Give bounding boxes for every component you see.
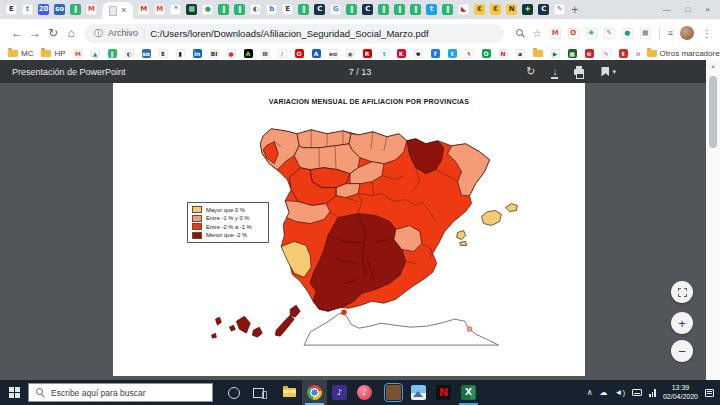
bookmark-item[interactable]: O: [295, 49, 304, 58]
bookmark-favicon[interactable]: ▦: [568, 49, 577, 58]
photos-button[interactable]: [406, 380, 431, 405]
bookmark-star-icon[interactable]: ☆: [533, 28, 542, 39]
bookmark-item[interactable]: in: [193, 49, 202, 58]
tab-favicon[interactable]: b: [266, 4, 277, 15]
tab-favicon[interactable]: ‖: [298, 4, 309, 15]
bookmark-item[interactable]: a: [516, 49, 525, 58]
bookmark-favicon[interactable]: t: [619, 49, 628, 58]
bookmark-item[interactable]: /: [278, 49, 287, 58]
netflix-button[interactable]: N: [431, 380, 456, 405]
print-icon[interactable]: [574, 69, 584, 75]
bookmark-favicon[interactable]: t: [380, 49, 389, 58]
bookmark-favicon[interactable]: in: [193, 49, 202, 58]
zoom-in-button[interactable]: +: [671, 312, 693, 334]
bookmark-item[interactable]: BI: [210, 49, 219, 58]
tab-favicon[interactable]: +: [522, 4, 533, 15]
taskbar-search[interactable]: Escribe aquí para buscar: [28, 383, 213, 402]
tab-close-icon[interactable]: ×: [121, 6, 126, 15]
task-view-button[interactable]: [246, 380, 271, 405]
bookmark-item[interactable]: ▶: [551, 49, 560, 58]
bookmark-item[interactable]: so: [142, 49, 151, 58]
bookmark-item[interactable]: t: [448, 49, 457, 58]
tab-favicon[interactable]: so: [54, 4, 65, 15]
tab-favicon[interactable]: ‖: [346, 4, 357, 15]
forward-button[interactable]: →: [26, 26, 44, 40]
bookmark-item[interactable]: N: [499, 49, 508, 58]
tab-favicon[interactable]: ‖: [70, 4, 81, 15]
bookmark-item[interactable]: ⊙: [585, 49, 594, 58]
tab-favicon[interactable]: E: [282, 4, 293, 15]
scrollbar[interactable]: ▲: [706, 60, 720, 380]
bookmark-item[interactable]: ▲: [91, 49, 100, 58]
bookmarks-overflow-icon[interactable]: »: [636, 49, 641, 59]
bookmark-favicon[interactable]: R: [363, 49, 372, 58]
extension-icon[interactable]: ▦: [640, 28, 651, 39]
extension-icon[interactable]: M: [550, 28, 561, 39]
tab-favicon[interactable]: ‖: [378, 4, 389, 15]
bookmark-item[interactable]: A: [244, 49, 253, 58]
page-info-icon[interactable]: ⓘ: [94, 27, 103, 40]
tab-favicon[interactable]: M: [154, 4, 165, 15]
bookmark-item[interactable]: ϟ: [465, 49, 474, 58]
bookmark-item[interactable]: O: [482, 49, 491, 58]
bookmark-item[interactable]: ▮: [176, 49, 185, 58]
bookmark-favicon[interactable]: BI: [210, 49, 219, 58]
bookmark-favicon[interactable]: E: [159, 49, 168, 58]
back-button[interactable]: ←: [8, 26, 26, 40]
close-button[interactable]: ×: [705, 5, 710, 14]
annotations-menu[interactable]: ▾: [601, 67, 616, 77]
volume-icon[interactable]: ◄): [615, 389, 626, 397]
tab-favicon[interactable]: ‖: [394, 4, 405, 15]
bookmark-item[interactable]: ‖: [108, 49, 117, 58]
file-explorer-button[interactable]: [277, 380, 302, 405]
bookmark-item[interactable]: ▦: [568, 49, 577, 58]
bookmark-item[interactable]: [533, 50, 543, 57]
start-button[interactable]: [0, 380, 28, 405]
bookmark-favicon[interactable]: a: [516, 49, 525, 58]
bookmark-item[interactable]: Ⅲ: [261, 49, 270, 58]
bookmark-item[interactable]: A: [312, 49, 321, 58]
hidden-icons-caret[interactable]: ∧: [587, 389, 593, 397]
bookmark-item[interactable]: ●: [227, 49, 236, 58]
minimize-button[interactable]: —: [662, 5, 670, 14]
tab-favicon[interactable]: ‖: [234, 4, 245, 15]
address-bar[interactable]: ⓘ Archivo | C:/Users/loren/Downloads/Afi…: [84, 24, 504, 43]
bookmark-favicon[interactable]: ⊙: [585, 49, 594, 58]
tab-favicon[interactable]: ▦: [186, 4, 197, 15]
bookmark-favicon[interactable]: ϟ: [465, 49, 474, 58]
bookmark-favicon[interactable]: t: [448, 49, 457, 58]
bookmark-favicon[interactable]: ▮: [176, 49, 185, 58]
extension-icon[interactable]: ✎: [604, 28, 615, 39]
bookmark-favicon[interactable]: ◐: [125, 49, 134, 58]
extension-icon[interactable]: ●: [622, 28, 633, 39]
reading-list-icon[interactable]: ≡: [668, 28, 672, 38]
bookmark-favicon[interactable]: ♚: [414, 49, 423, 58]
bookmark-favicon[interactable]: Ⅲ: [261, 49, 270, 58]
tab-favicon[interactable]: C: [538, 4, 549, 15]
bookmark-favicon[interactable]: ▲: [91, 49, 100, 58]
browser-menu-icon[interactable]: ⋮: [702, 28, 712, 39]
bookmark-item[interactable]: M: [74, 49, 83, 58]
bookmark-favicon[interactable]: A: [244, 49, 253, 58]
rotate-icon[interactable]: ↻: [526, 66, 535, 77]
bookmark-item[interactable]: R: [363, 49, 372, 58]
taskbar-clock[interactable]: 13:39 02/04/2020: [663, 384, 698, 401]
address-url[interactable]: C:/Users/loren/Downloads/Afiliacion_Segu…: [150, 28, 428, 39]
bookmark-favicon[interactable]: ▶: [551, 49, 560, 58]
bookmark-item[interactable]: ♚: [414, 49, 423, 58]
tab-favicon[interactable]: G: [330, 4, 341, 15]
bookmark-favicon[interactable]: O: [295, 49, 304, 58]
new-tab-button[interactable]: +: [571, 3, 578, 17]
tab-favicon[interactable]: ✎: [554, 4, 565, 15]
profile-avatar[interactable]: [680, 26, 694, 40]
chrome-taskbar-button[interactable]: [302, 380, 327, 405]
bookmark-favicon[interactable]: N: [499, 49, 508, 58]
tab-favicon[interactable]: C: [314, 4, 325, 15]
bookmark-item[interactable]: HP: [41, 49, 65, 58]
other-bookmarks-folder[interactable]: Otros marcadores: [647, 49, 720, 58]
bookmark-favicon[interactable]: ●: [227, 49, 236, 58]
tab-favicon[interactable]: €: [490, 4, 501, 15]
action-center-icon[interactable]: [705, 389, 714, 397]
app-window-button[interactable]: [381, 380, 406, 405]
bookmark-favicon[interactable]: /: [278, 49, 287, 58]
